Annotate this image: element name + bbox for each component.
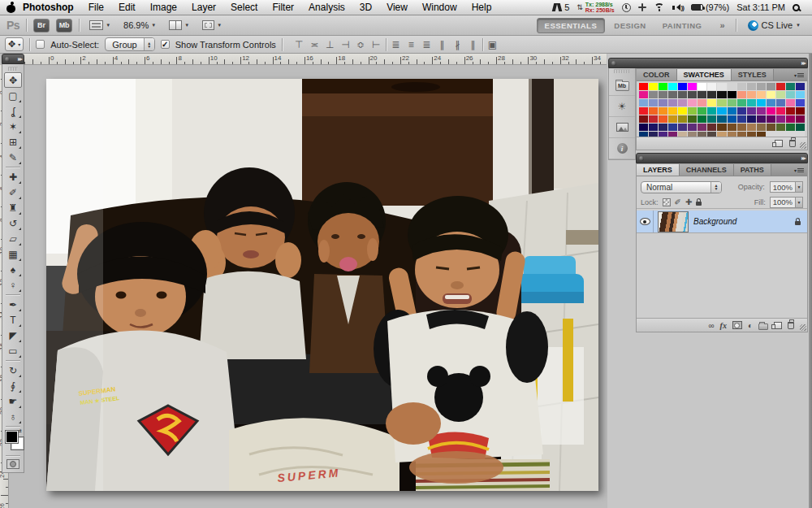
swatch[interactable]: [767, 107, 775, 115]
swatch[interactable]: [659, 91, 667, 98]
swatch[interactable]: [649, 83, 658, 90]
swatch[interactable]: [668, 83, 677, 90]
swatch[interactable]: [678, 124, 687, 131]
swatch[interactable]: [786, 115, 795, 123]
swatch[interactable]: [717, 91, 726, 98]
swatch[interactable]: [668, 107, 677, 115]
swatch[interactable]: [707, 115, 716, 123]
layers-group-tab-channels[interactable]: CHANNELS: [680, 164, 734, 176]
spotlight-icon[interactable]: [793, 4, 800, 11]
new-swatch-button[interactable]: [775, 140, 783, 147]
mini-bridge-panel-button[interactable]: Mb: [609, 75, 635, 96]
swatch[interactable]: [707, 91, 716, 98]
cs-live-button[interactable]: CS Live▼: [743, 20, 806, 31]
swatches-group-tab-swatches[interactable]: SWATCHES: [677, 69, 732, 80]
swatch[interactable]: [678, 83, 687, 90]
crop-tool[interactable]: ⊞: [4, 134, 22, 150]
menu-window[interactable]: Window: [415, 0, 464, 15]
swatch[interactable]: [639, 99, 648, 106]
swatch[interactable]: [688, 124, 697, 131]
delete-layer-button[interactable]: [788, 322, 794, 329]
swatch[interactable]: [639, 91, 648, 98]
swatch[interactable]: [776, 115, 785, 123]
swatch[interactable]: [717, 83, 726, 90]
quick-selection-tool[interactable]: ✶: [4, 119, 22, 134]
eraser-tool[interactable]: ▱: [4, 231, 22, 246]
swatch[interactable]: [786, 83, 795, 90]
horizontal-ruler[interactable]: 0246810121416182022242628303234: [9, 54, 607, 65]
swatch[interactable]: [747, 107, 756, 115]
swatch[interactable]: [668, 91, 677, 98]
swatch[interactable]: [688, 83, 697, 90]
move-tool-preset-button[interactable]: ✥▾: [5, 37, 24, 51]
swatch[interactable]: [717, 99, 726, 106]
document-canvas[interactable]: SUPERMAN MAN ★ STEEL SUPERM: [46, 79, 598, 491]
workspace-overflow-button[interactable]: »: [715, 20, 728, 30]
menu-bar-clock[interactable]: Sat 3:11 PM: [736, 2, 785, 12]
resize-grip[interactable]: [800, 142, 806, 149]
swatch[interactable]: [796, 83, 805, 90]
launch-bridge-button[interactable]: Br: [33, 19, 50, 33]
swatch[interactable]: [649, 91, 658, 98]
path-selection-tool[interactable]: ◤: [4, 328, 22, 343]
swatch[interactable]: [757, 115, 766, 123]
layer-row[interactable]: Background: [637, 211, 807, 233]
swatch[interactable]: [767, 99, 775, 106]
swatch[interactable]: [757, 124, 766, 131]
swatch[interactable]: [737, 107, 746, 115]
swatch[interactable]: [659, 124, 667, 131]
menu-3d[interactable]: 3D: [352, 0, 379, 15]
layer-thumbnail[interactable]: [658, 211, 689, 232]
menu-layer[interactable]: Layer: [184, 0, 223, 15]
zoom-level-button[interactable]: 86.9%▼: [120, 18, 159, 33]
swatch[interactable]: [757, 91, 766, 98]
swatch[interactable]: [747, 99, 756, 106]
lock-transparency-button[interactable]: [663, 198, 671, 206]
swatch[interactable]: [717, 115, 726, 123]
swatch[interactable]: [776, 124, 785, 131]
launch-mini-bridge-button[interactable]: Mb: [56, 19, 72, 33]
auto-select-checkbox[interactable]: [36, 40, 45, 49]
swatch[interactable]: [786, 99, 795, 106]
panel-grip[interactable]: [8, 67, 18, 71]
distribute-bottom-edges[interactable]: ≣: [421, 39, 433, 50]
masks-panel-button[interactable]: [609, 117, 635, 138]
distribute-vertical-centers[interactable]: ≡: [405, 39, 417, 50]
volume-icon[interactable]: )): [672, 4, 684, 11]
fill-field[interactable]: 100%▼: [770, 197, 803, 208]
menu-image[interactable]: Image: [143, 0, 184, 15]
swatch[interactable]: [698, 107, 706, 115]
align-bottom-edges[interactable]: ⊥: [324, 39, 336, 50]
swatch[interactable]: [707, 99, 716, 106]
swatch[interactable]: [688, 99, 697, 106]
swatch[interactable]: [737, 91, 746, 98]
network-meter[interactable]: ⇅ Tx: 2988/s Rx: 250B/s: [577, 2, 614, 14]
swatch[interactable]: [776, 91, 785, 98]
swatch[interactable]: [728, 91, 736, 98]
align-horizontal-centers[interactable]: ≎: [355, 39, 367, 50]
swatch[interactable]: [659, 99, 667, 106]
swatch[interactable]: [668, 115, 677, 123]
resize-grip[interactable]: [800, 324, 806, 331]
clone-stamp-tool[interactable]: ♜: [4, 200, 22, 215]
swatch[interactable]: [747, 91, 756, 98]
swatch[interactable]: [707, 124, 716, 131]
swatch[interactable]: [649, 124, 658, 131]
swatch[interactable]: [786, 107, 795, 115]
opacity-field[interactable]: 100%▼: [770, 181, 803, 193]
new-layer-button[interactable]: [774, 322, 782, 329]
swatch[interactable]: [767, 115, 775, 123]
delete-swatch-button[interactable]: [789, 140, 796, 147]
swatch[interactable]: [747, 124, 756, 131]
screen-mode-button[interactable]: ▼: [199, 18, 225, 33]
swatch[interactable]: [678, 107, 687, 115]
swatch[interactable]: [747, 83, 756, 90]
swatch[interactable]: [717, 107, 726, 115]
wifi-icon[interactable]: [654, 3, 665, 11]
swatch[interactable]: [639, 107, 648, 115]
new-adjustment-layer-button[interactable]: ◐: [748, 321, 753, 330]
new-group-button[interactable]: [758, 323, 768, 330]
pen-tool[interactable]: ✒: [4, 297, 22, 312]
workspace-essentials[interactable]: ESSENTIALS: [537, 18, 606, 33]
layer-visibility-toggle[interactable]: [637, 211, 654, 232]
